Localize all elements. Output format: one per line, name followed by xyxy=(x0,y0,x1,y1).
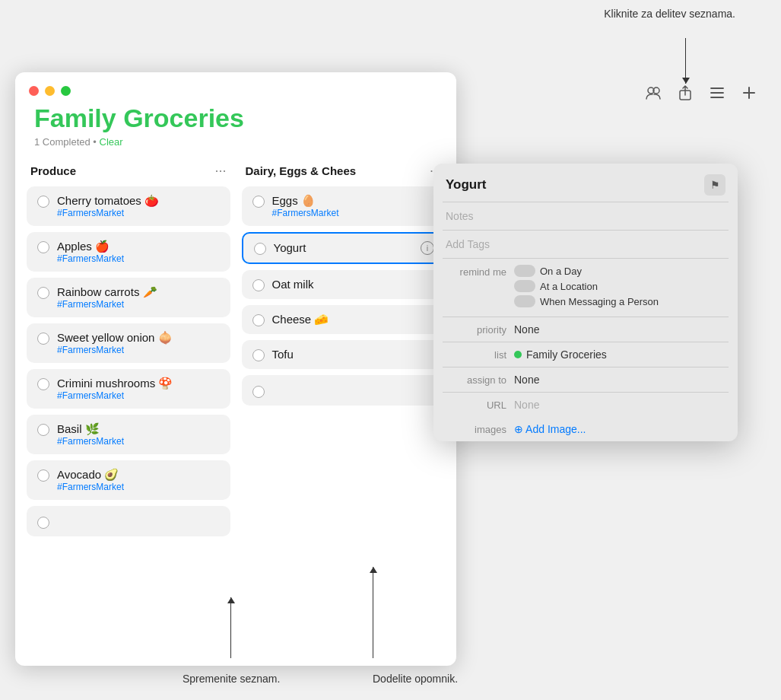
url-row: URL None xyxy=(433,393,738,417)
produce-column: Produce ··· Cherry tomatoes 🍅 #FarmersMa… xyxy=(27,159,230,542)
item-name: Cheese 🧀 xyxy=(272,313,435,326)
dairy-column-title: Dairy, Eggs & Chees xyxy=(246,164,357,177)
annotation-line-right xyxy=(373,567,373,658)
at-a-location-row: At a Location xyxy=(514,280,725,292)
detail-add-tags[interactable]: Add Tags xyxy=(433,231,738,258)
list-icon[interactable] xyxy=(708,84,726,102)
item-name: Rainbow carrots 🥕 xyxy=(57,285,220,299)
assign-value[interactable]: None xyxy=(514,374,539,386)
flag-button[interactable]: ⚑ xyxy=(704,174,725,196)
item-radio[interactable] xyxy=(37,378,49,390)
at-a-location-toggle[interactable] xyxy=(514,280,535,292)
list-value[interactable]: Family Groceries xyxy=(514,348,607,361)
item-radio[interactable] xyxy=(37,469,49,482)
list-label: list xyxy=(446,349,506,361)
item-tag: #FarmersMarket xyxy=(57,390,220,401)
on-a-day-toggle[interactable] xyxy=(514,265,535,277)
list-value-text: Family Groceries xyxy=(526,348,607,361)
priority-value[interactable]: None xyxy=(514,323,539,336)
annotation-top-text: Kliknite za delitev seznama. xyxy=(604,8,735,20)
produce-column-more[interactable]: ··· xyxy=(214,163,226,179)
annotation-bottom-left-text: Spremenite seznam. xyxy=(183,673,280,685)
collaboration-icon[interactable] xyxy=(644,84,662,102)
list-item[interactable]: Eggs 🥚 #FarmersMarket xyxy=(242,186,446,226)
assign-label: assign to xyxy=(446,374,506,386)
main-window: Family Groceries 1 Completed • Clear Pro… xyxy=(15,72,456,666)
list-item[interactable]: Cheese 🧀 xyxy=(242,305,446,334)
toolbar xyxy=(644,84,758,102)
item-tag: #FarmersMarket xyxy=(57,208,220,218)
item-radio[interactable] xyxy=(37,332,49,345)
when-messaging-row: When Messaging a Person xyxy=(514,295,725,307)
detail-panel-header: Yogurt ⚑ xyxy=(433,164,738,202)
detail-panel: Yogurt ⚑ Notes Add Tags remind me On a D… xyxy=(433,164,738,441)
empty-list-item[interactable] xyxy=(242,375,446,406)
annotation-line-left xyxy=(230,597,231,658)
item-name: Cherry tomatoes 🍅 xyxy=(57,194,220,208)
produce-column-header: Produce ··· xyxy=(27,159,230,186)
list-item[interactable]: Basil 🌿 #FarmersMarket xyxy=(27,415,230,454)
traffic-lights xyxy=(15,72,456,96)
app-title-section: Family Groceries xyxy=(15,96,456,136)
url-value[interactable]: None xyxy=(514,399,539,411)
item-radio[interactable] xyxy=(254,243,266,255)
item-radio[interactable] xyxy=(252,386,265,398)
item-radio[interactable] xyxy=(252,314,265,326)
info-icon[interactable]: i xyxy=(421,241,434,255)
when-messaging-toggle[interactable] xyxy=(514,295,535,307)
close-button[interactable] xyxy=(29,86,39,96)
clear-button[interactable]: Clear xyxy=(100,136,123,148)
item-radio[interactable] xyxy=(252,279,265,291)
item-name: Oat milk xyxy=(272,278,435,291)
remind-me-label: remind me xyxy=(446,265,506,278)
empty-list-item[interactable] xyxy=(27,506,230,536)
list-item[interactable]: Sweet yellow onion 🧅 #FarmersMarket xyxy=(27,323,230,363)
item-tag: #FarmersMarket xyxy=(57,345,220,355)
images-label: images xyxy=(446,424,506,435)
annotation-arrow-line xyxy=(685,38,686,84)
list-item[interactable]: Apples 🍎 #FarmersMarket xyxy=(27,232,230,272)
fullscreen-button[interactable] xyxy=(61,86,71,96)
list-item[interactable]: Avocado 🥑 #FarmersMarket xyxy=(27,460,230,500)
item-radio[interactable] xyxy=(37,517,49,529)
list-item[interactable]: Crimini mushrooms 🍄 #FarmersMarket xyxy=(27,369,230,409)
list-item[interactable]: Oat milk xyxy=(242,270,446,299)
priority-row: priority None xyxy=(433,317,738,342)
item-radio[interactable] xyxy=(252,349,265,361)
add-image-button[interactable]: ⊕ Add Image... xyxy=(514,423,586,435)
images-row: images ⊕ Add Image... xyxy=(433,417,738,441)
list-item[interactable]: Cherry tomatoes 🍅 #FarmersMarket xyxy=(27,186,230,226)
dairy-column-header: Dairy, Eggs & Chees ··· xyxy=(242,159,446,186)
on-a-day-row: On a Day xyxy=(514,265,725,277)
item-tag: #FarmersMarket xyxy=(57,436,220,447)
when-messaging-label: When Messaging a Person xyxy=(540,296,659,307)
item-name: Yogurt xyxy=(274,241,433,254)
item-name: Eggs 🥚 xyxy=(272,194,435,208)
completed-count: 1 Completed xyxy=(34,136,90,148)
item-name: Crimini mushrooms 🍄 xyxy=(57,377,220,390)
columns-container: Produce ··· Cherry tomatoes 🍅 #FarmersMa… xyxy=(15,159,456,542)
item-radio[interactable] xyxy=(37,424,49,436)
app-subtitle: 1 Completed • Clear xyxy=(15,136,456,159)
item-tag: #FarmersMarket xyxy=(57,299,220,310)
annotation-top: Kliknite za delitev seznama. xyxy=(604,8,735,20)
add-icon[interactable] xyxy=(740,84,758,102)
yogurt-list-item[interactable]: Yogurt i xyxy=(242,232,446,264)
detail-notes[interactable]: Notes xyxy=(433,202,738,230)
list-item[interactable]: Rainbow carrots 🥕 #FarmersMarket xyxy=(27,278,230,317)
item-tag: #FarmersMarket xyxy=(272,208,435,218)
item-name: Tofu xyxy=(272,348,435,361)
annotation-bottom-right: Dodelite opomnik. xyxy=(373,673,458,685)
app-title: Family Groceries xyxy=(34,103,437,133)
on-a-day-label: On a Day xyxy=(540,266,582,277)
list-row: list Family Groceries xyxy=(433,342,738,367)
item-radio[interactable] xyxy=(37,241,49,253)
share-icon[interactable] xyxy=(676,84,694,102)
flag-icon: ⚑ xyxy=(710,179,720,191)
notes-placeholder: Notes xyxy=(446,210,474,222)
item-radio[interactable] xyxy=(252,196,265,208)
item-radio[interactable] xyxy=(37,196,49,208)
item-radio[interactable] xyxy=(37,287,49,299)
minimize-button[interactable] xyxy=(45,86,55,96)
list-item[interactable]: Tofu xyxy=(242,340,446,369)
